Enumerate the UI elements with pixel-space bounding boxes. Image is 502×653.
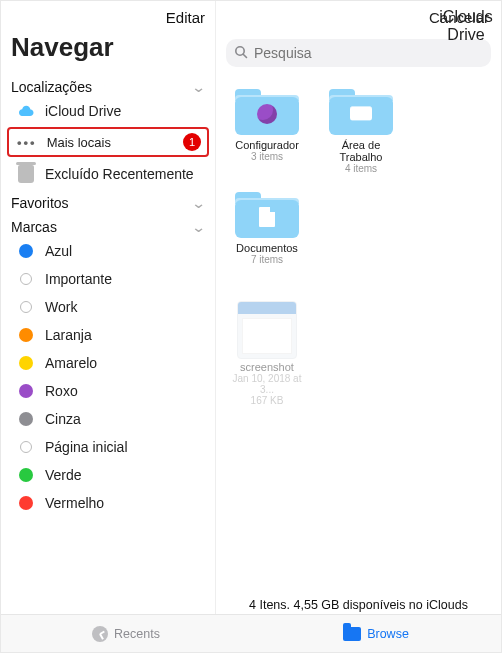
more-locations-label: Mais locais <box>47 135 111 150</box>
search-field[interactable] <box>226 39 491 67</box>
sidebar-item-recently-deleted[interactable]: Excluído Recentemente <box>1 159 215 189</box>
file-size: 167 KB <box>232 395 302 406</box>
favorites-header[interactable]: Favoritos ⌄ <box>1 189 215 213</box>
tab-browse[interactable]: Browse <box>251 615 501 652</box>
tag-row[interactable]: Work <box>1 293 215 321</box>
tag-label: Página inicial <box>45 439 128 455</box>
chevron-down-icon: ⌄ <box>191 219 207 235</box>
tag-dot-icon <box>17 273 35 285</box>
icloud-label: iCloud Drive <box>45 103 121 119</box>
file-name: screenshot <box>232 361 302 373</box>
cancel-button[interactable]: Cancelar <box>429 9 489 26</box>
tag-row[interactable]: Roxo <box>1 377 215 405</box>
tag-dot-icon <box>17 384 35 398</box>
folder-item[interactable]: Área de Trabalho4 items <box>326 89 396 174</box>
tags-header[interactable]: Marcas ⌄ <box>1 213 215 237</box>
folder-meta: 4 items <box>326 163 396 174</box>
tag-label: Amarelo <box>45 355 97 371</box>
tag-row[interactable]: Cinza <box>1 405 215 433</box>
tag-row[interactable]: Azul <box>1 237 215 265</box>
folder-icon <box>343 627 361 641</box>
browse-label: Browse <box>367 627 409 641</box>
tag-dot-icon <box>17 468 35 482</box>
tag-dot-icon <box>17 328 35 342</box>
folder-meta: 7 items <box>232 254 302 265</box>
tag-row[interactable]: Importante <box>1 265 215 293</box>
clock-icon <box>92 626 108 642</box>
tag-label: Roxo <box>45 383 78 399</box>
folder-name: Área de Trabalho <box>326 139 396 163</box>
tag-dot-icon <box>17 244 35 258</box>
folder-meta: 3 items <box>232 151 302 162</box>
file-item-screenshot[interactable]: screenshotJan 10, 2018 at 3...167 KB <box>232 301 302 406</box>
tags-label: Marcas <box>11 219 57 235</box>
file-date: Jan 10, 2018 at 3... <box>232 373 302 395</box>
folder-grid: Configurador3 itemsÁrea de Trabalho4 ite… <box>216 79 501 416</box>
locations-label: Localizações <box>11 79 92 95</box>
tab-recents[interactable]: Recents <box>1 615 251 652</box>
folder-name: Documentos <box>232 242 302 254</box>
tag-dot-icon <box>17 356 35 370</box>
tag-label: Azul <box>45 243 72 259</box>
tag-row[interactable]: Vermelho <box>1 489 215 517</box>
chevron-down-icon: ⌄ <box>191 79 207 95</box>
favorites-label: Favoritos <box>11 195 69 211</box>
page-title: Navegar <box>1 30 215 73</box>
bottom-tab-bar: Recents Browse <box>1 614 501 652</box>
tag-label: Vermelho <box>45 495 104 511</box>
tag-label: Verde <box>45 467 82 483</box>
tag-dot-icon <box>17 496 35 510</box>
recents-label: Recents <box>114 627 160 641</box>
edit-button[interactable]: Editar <box>166 9 205 26</box>
search-input[interactable] <box>254 45 483 61</box>
svg-line-1 <box>243 54 246 57</box>
tag-label: Importante <box>45 271 112 287</box>
tag-dot-icon <box>17 301 35 313</box>
notification-badge: 1 <box>183 133 201 151</box>
sidebar-item-icloud[interactable]: iCloud Drive <box>1 97 215 125</box>
status-bar: 4 Itens. 4,55 GB disponíveis no iClouds <box>216 598 501 612</box>
content-pane: Cancelar iClouds Drive Configurador3 ite… <box>216 1 501 616</box>
recently-deleted-label: Excluído Recentemente <box>45 166 194 182</box>
sidebar-item-more-locations[interactable]: ••• Mais locais 1 <box>7 127 209 157</box>
folder-name: Configurador <box>232 139 302 151</box>
cloud-icon <box>17 105 35 117</box>
tag-row[interactable]: Página inicial <box>1 433 215 461</box>
tag-row[interactable]: Verde <box>1 461 215 489</box>
tag-dot-icon <box>17 441 35 453</box>
tag-label: Laranja <box>45 327 92 343</box>
tag-label: Cinza <box>45 411 81 427</box>
folder-item[interactable]: Configurador3 items <box>232 89 302 174</box>
sidebar: Editar Navegar Localizações ⌄ iCloud Dri… <box>1 1 216 616</box>
tag-dot-icon <box>17 412 35 426</box>
locations-header[interactable]: Localizações ⌄ <box>1 73 215 97</box>
more-icon: ••• <box>17 135 37 150</box>
trash-icon <box>17 165 35 183</box>
tag-label: Work <box>45 299 77 315</box>
folder-item[interactable]: Documentos7 items <box>232 192 302 265</box>
chevron-down-icon: ⌄ <box>191 195 207 211</box>
tag-row[interactable]: Amarelo <box>1 349 215 377</box>
tag-row[interactable]: Laranja <box>1 321 215 349</box>
search-icon <box>234 45 248 62</box>
